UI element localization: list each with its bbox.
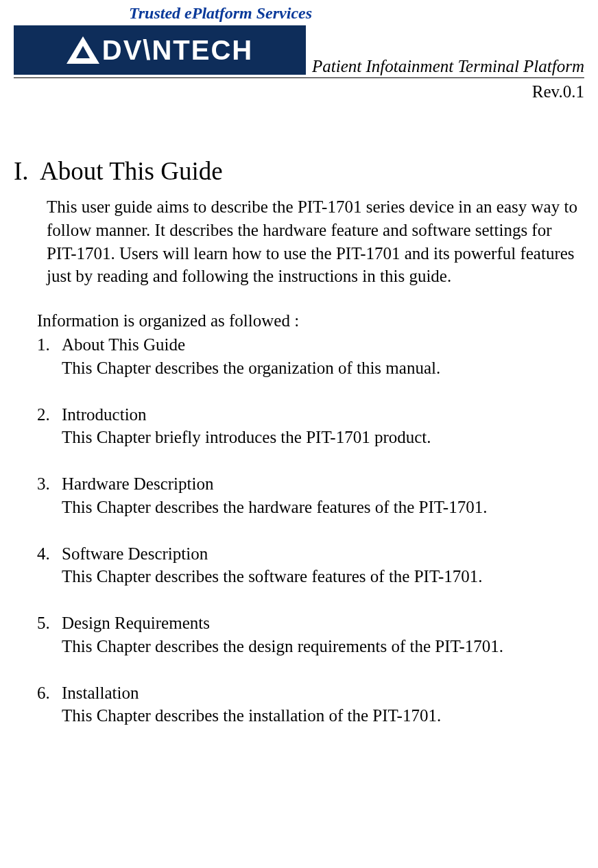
chapter-desc: This Chapter describes the software feat… (62, 565, 584, 588)
organization-intro: Information is organized as followed : (37, 311, 584, 330)
chapter-desc: This Chapter describes the hardware feat… (62, 496, 584, 519)
section-number: I. (14, 157, 29, 185)
chapter-title: Installation (62, 682, 584, 705)
chapter-list: About This Guide This Chapter describes … (37, 333, 584, 727)
revision-label: Rev.0.1 (14, 82, 584, 101)
header-row: DV\NTECH Patient Infotainment Terminal P… (14, 25, 584, 76)
list-item: Design Requirements This Chapter describ… (37, 612, 584, 658)
logo-text: DV\NTECH (67, 35, 253, 66)
section-title: About This Guide (40, 157, 223, 185)
tagline: Trusted ePlatform Services (129, 4, 584, 23)
chapter-desc: This Chapter describes the installation … (62, 704, 584, 727)
chapter-title: Design Requirements (62, 612, 584, 635)
chapter-desc: This Chapter describes the organization … (62, 357, 584, 380)
chapter-title: About This Guide (62, 333, 584, 357)
intro-paragraph: This user guide aims to describe the PIT… (47, 195, 584, 288)
logo-a-icon (67, 36, 99, 64)
chapter-desc: This Chapter briefly introduces the PIT-… (62, 426, 584, 449)
advantech-logo: DV\NTECH (14, 25, 306, 75)
section-heading: I. About This Guide (14, 156, 584, 186)
chapter-title: Software Description (62, 542, 584, 566)
list-item: Introduction This Chapter briefly introd… (37, 403, 584, 450)
list-item: Hardware Description This Chapter descri… (37, 472, 584, 519)
chapter-title: Hardware Description (62, 472, 584, 496)
list-item: About This Guide This Chapter describes … (37, 333, 584, 380)
chapter-desc: This Chapter describes the design requir… (62, 635, 584, 658)
logo-label: DV\NTECH (102, 35, 253, 66)
list-item: Software Description This Chapter descri… (37, 542, 584, 589)
chapter-title: Introduction (62, 403, 584, 426)
list-item: Installation This Chapter describes the … (37, 682, 584, 728)
document-page: Trusted ePlatform Services DV\NTECH Pati… (0, 4, 598, 755)
document-title: Patient Infotainment Terminal Platform (306, 57, 584, 76)
divider (14, 77, 584, 78)
